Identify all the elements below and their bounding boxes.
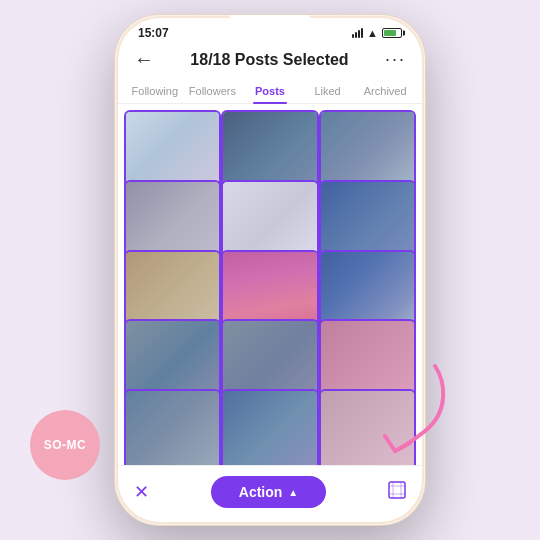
crop-button[interactable] — [388, 481, 406, 503]
signal-icon — [352, 28, 363, 38]
battery-fill — [384, 30, 396, 36]
action-button[interactable]: Action ▲ — [211, 476, 326, 508]
status-time: 15:07 — [138, 26, 169, 40]
more-button[interactable]: ··· — [385, 49, 406, 70]
svg-rect-0 — [389, 482, 405, 498]
phone-frame: 15:07 ▲ ← 18/18 Posts Selected ··· — [115, 15, 425, 525]
status-icons: ▲ — [352, 27, 402, 39]
photo-cell[interactable]: ♥ 87 💬 3 — [223, 391, 316, 465]
action-chevron-icon: ▲ — [288, 487, 298, 498]
photo-cell[interactable]: ♥ 112 💬 1 — [321, 391, 414, 465]
page-title: 18/18 Posts Selected — [190, 51, 348, 69]
back-button[interactable]: ← — [134, 48, 154, 71]
notch — [230, 15, 310, 35]
photo-grid: ♥ 96 💬 2 ♥ 101 💬 2 ♥ 70 💬 4 ♥ 82 💬 1 — [118, 104, 422, 465]
wifi-icon: ▲ — [367, 27, 378, 39]
bottom-bar: ✕ Action ▲ — [118, 465, 422, 522]
cancel-button[interactable]: ✕ — [134, 481, 149, 503]
somc-badge: SO-MC — [30, 410, 100, 480]
phone-screen: 15:07 ▲ ← 18/18 Posts Selected ··· — [118, 18, 422, 522]
tab-posts[interactable]: Posts — [241, 79, 299, 103]
tab-bar: Following Followers Posts Liked Archived — [118, 79, 422, 104]
tab-followers[interactable]: Followers — [184, 79, 242, 103]
tab-liked[interactable]: Liked — [299, 79, 357, 103]
tab-archived[interactable]: Archived — [356, 79, 414, 103]
tab-following[interactable]: Following — [126, 79, 184, 103]
photo-cell[interactable]: ♥ 94 💬 2 — [126, 391, 219, 465]
top-bar: ← 18/18 Posts Selected ··· — [118, 44, 422, 79]
battery-icon — [382, 28, 402, 38]
crop-icon — [388, 481, 406, 499]
